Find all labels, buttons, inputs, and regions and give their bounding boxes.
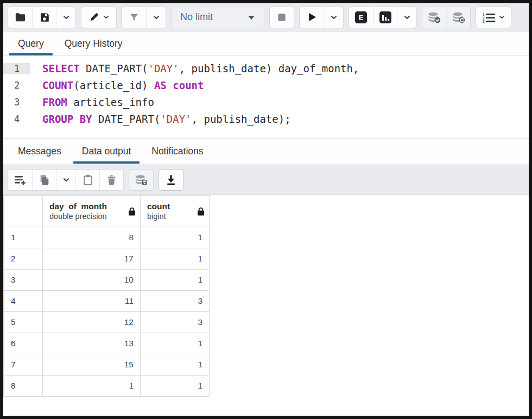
grid-corner-cell[interactable] (4, 196, 43, 227)
download-button[interactable] (159, 170, 183, 190)
column-header-day-of-month[interactable]: day_of_month double precision (43, 196, 141, 227)
rollback-button[interactable] (446, 7, 470, 28)
filter-button-group (122, 7, 166, 28)
save-data-button-group (129, 169, 154, 191)
editor-tab-bar: Query Query History (3, 32, 529, 56)
sql-code-text: COUNT(article_id) AS count (30, 79, 204, 91)
filter-button[interactable] (122, 7, 146, 28)
count-cell[interactable]: 3 (141, 312, 210, 333)
sql-code-line[interactable]: 3 FROM articles_info (3, 93, 529, 110)
copy-options-button[interactable] (56, 170, 75, 190)
commit-button[interactable] (422, 7, 446, 28)
edit-button[interactable] (81, 7, 116, 28)
row-number-cell[interactable]: 7 (4, 354, 43, 376)
chevron-down-icon (62, 14, 70, 21)
cancel-query-button[interactable] (270, 7, 294, 28)
sql-editor[interactable]: 1 SELECT DATE_PART('DAY', publish_date) … (3, 56, 529, 139)
file-button-group (8, 7, 76, 28)
tab-data-output[interactable]: Data output (72, 139, 141, 164)
open-file-button[interactable] (8, 7, 32, 28)
row-number-cell[interactable]: 2 (4, 248, 43, 270)
table-row: 6 13 1 (4, 333, 210, 354)
day-of-month-cell[interactable]: 10 (43, 270, 141, 291)
tab-query[interactable]: Query (8, 32, 54, 55)
macros-button-group: 1 2 3 (476, 7, 511, 28)
svg-text:1: 1 (483, 12, 485, 16)
count-cell[interactable]: 1 (141, 333, 210, 354)
chevron-down-icon (153, 14, 160, 21)
tab-notifications[interactable]: Notifications (141, 139, 213, 164)
day-of-month-cell[interactable]: 11 (43, 291, 141, 312)
execute-options-button[interactable] (324, 7, 343, 28)
row-number-cell[interactable]: 8 (4, 376, 43, 397)
count-cell[interactable]: 1 (141, 248, 210, 270)
sql-code-line[interactable]: 2 COUNT(article_id) AS count (3, 77, 529, 93)
chevron-down-icon (62, 176, 70, 184)
tab-query-history[interactable]: Query History (54, 32, 133, 55)
tab-query-label: Query (18, 38, 44, 49)
explain-options-button[interactable] (397, 7, 416, 28)
explain-button-group: E (349, 7, 417, 28)
save-file-icon (39, 11, 50, 23)
sql-code-line[interactable]: 1 SELECT DATE_PART('DAY', publish_date) … (3, 60, 529, 77)
table-row: 5 12 3 (4, 312, 210, 333)
results-tab-bar: Messages Data output Notifications (3, 139, 529, 164)
tab-notifications-label: Notifications (151, 146, 203, 157)
filter-icon (129, 12, 140, 23)
delete-row-button[interactable] (99, 170, 123, 190)
lock-icon (128, 207, 136, 216)
explain-icon: E (355, 11, 367, 23)
row-number-cell[interactable]: 6 (4, 333, 43, 354)
explain-button[interactable]: E (349, 7, 373, 28)
open-file-icon (14, 11, 27, 23)
day-of-month-cell[interactable]: 17 (43, 248, 141, 270)
copy-button[interactable] (32, 170, 56, 190)
rollback-icon (452, 11, 466, 24)
explain-analyze-button[interactable] (373, 7, 397, 28)
column-name: day_of_month (49, 201, 107, 211)
grid-header-row: day_of_month double precision count (4, 196, 210, 227)
table-row: 8 1 1 (4, 376, 210, 397)
sql-code-line[interactable]: 4 GROUP BY DATE_PART('DAY', publish_date… (3, 110, 529, 127)
save-data-button[interactable] (129, 170, 153, 190)
stop-icon (276, 12, 287, 23)
sql-code-text: FROM articles_info (30, 96, 154, 108)
save-data-icon (135, 173, 148, 186)
count-cell[interactable]: 1 (141, 227, 210, 248)
row-number-cell[interactable]: 5 (4, 312, 43, 333)
day-of-month-cell[interactable]: 1 (43, 376, 141, 397)
chevron-down-icon (103, 14, 110, 21)
save-options-button[interactable] (56, 7, 75, 28)
table-row: 2 17 1 (4, 248, 210, 270)
save-file-button[interactable] (32, 7, 56, 28)
explain-analyze-icon (379, 11, 391, 23)
column-name: count (147, 201, 170, 211)
download-icon (165, 174, 177, 186)
day-of-month-cell[interactable]: 15 (43, 354, 141, 376)
row-number-cell[interactable]: 4 (4, 291, 43, 312)
tab-messages[interactable]: Messages (8, 139, 72, 164)
row-edit-button-group (8, 169, 124, 191)
add-row-button[interactable] (8, 170, 32, 190)
macros-button[interactable]: 1 2 3 (476, 7, 511, 28)
execute-button[interactable] (300, 7, 324, 28)
row-number-cell[interactable]: 1 (4, 227, 43, 248)
table-row: 3 10 1 (4, 270, 210, 291)
paste-button[interactable] (75, 170, 99, 190)
table-row: 7 15 1 (4, 354, 210, 376)
day-of-month-cell[interactable]: 13 (43, 333, 141, 354)
count-cell[interactable]: 3 (141, 291, 210, 312)
count-cell[interactable]: 1 (141, 354, 210, 376)
day-of-month-cell[interactable]: 12 (43, 312, 141, 333)
data-output-toolbar (3, 164, 529, 195)
count-cell[interactable]: 1 (141, 270, 210, 291)
filter-options-button[interactable] (146, 7, 166, 28)
column-header-count[interactable]: count bigint (141, 196, 210, 227)
svg-text:3: 3 (483, 20, 485, 23)
sql-code-text: GROUP BY DATE_PART('DAY', publish_date); (30, 113, 291, 125)
row-limit-select[interactable]: No limit (171, 7, 264, 28)
row-number-cell[interactable]: 3 (4, 270, 43, 291)
count-cell[interactable]: 1 (141, 376, 210, 397)
sql-code-text: SELECT DATE_PART('DAY', publish_date) da… (30, 62, 359, 74)
day-of-month-cell[interactable]: 8 (43, 227, 141, 248)
